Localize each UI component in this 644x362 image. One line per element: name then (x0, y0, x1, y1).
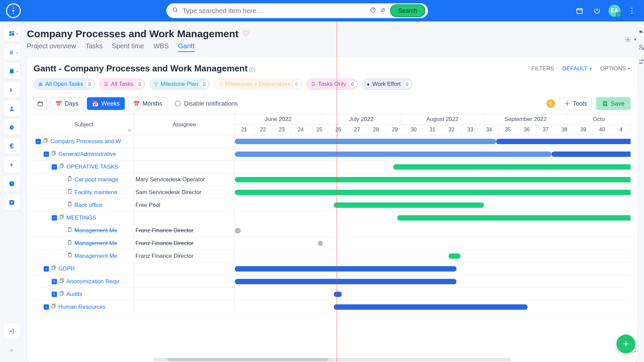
gantt-body[interactable]: Company Processes and WGeneral/Administr… (34, 135, 631, 356)
tab-project-overview[interactable]: Project overview (27, 42, 76, 52)
row-bars[interactable] (235, 212, 631, 224)
toggle-icon[interactable] (44, 152, 49, 157)
gantt-row[interactable]: Back officeFree Pool (34, 199, 631, 212)
gantt-bar[interactable] (235, 279, 457, 284)
sidebar-person[interactable] (4, 101, 20, 117)
column-assignee[interactable]: Assignee (134, 114, 235, 135)
gantt-bar[interactable] (235, 190, 631, 195)
gantt-bar[interactable] (334, 304, 528, 310)
filter-chip[interactable]: ▽Milestone Plan0 (149, 78, 210, 90)
tab-wbs[interactable]: WBS (153, 42, 169, 52)
sidebar-clipboard[interactable] (4, 63, 20, 79)
sliders-icon[interactable] (636, 58, 644, 67)
tune-icon[interactable] (380, 7, 386, 15)
row-bars[interactable] (235, 173, 631, 186)
tools-button[interactable]: Tools (559, 97, 592, 110)
gantt-row[interactable]: Management MeFranz Finance Director (34, 237, 631, 250)
gantt-bar[interactable] (334, 292, 342, 297)
gantt-row[interactable]: GDPR (34, 262, 631, 275)
view-days[interactable]: 📅Days (50, 97, 84, 110)
toggle-icon[interactable] (52, 164, 57, 170)
row-subject[interactable]: Management Me (34, 224, 134, 237)
date-picker-button[interactable] (34, 97, 47, 110)
gantt-bar[interactable] (318, 241, 323, 246)
row-subject[interactable]: Back office (34, 199, 134, 211)
row-subject[interactable]: Car pool manage (34, 173, 134, 186)
sidebar-alert[interactable] (4, 176, 20, 192)
flag-icon[interactable] (636, 29, 644, 38)
gantt-row[interactable]: Audits (34, 288, 631, 301)
gantt-bar[interactable] (235, 139, 496, 144)
filter-chip[interactable]: ☰All Tasks0 (99, 78, 145, 90)
sidebar-hierarchy[interactable] (4, 82, 20, 98)
toggle-icon[interactable] (36, 139, 41, 144)
row-subject[interactable]: Company Processes and W (34, 135, 134, 147)
gantt-bar[interactable] (393, 164, 631, 170)
user-avatar[interactable]: EA (608, 5, 621, 17)
options-dropdown[interactable]: OPTIONS ▼ (600, 65, 631, 72)
fab-add[interactable]: + (616, 335, 635, 353)
tab-tasks[interactable]: Tasks (86, 42, 103, 52)
person-search-icon[interactable] (636, 44, 644, 52)
toggle-icon[interactable] (52, 292, 57, 297)
filter-chip[interactable]: ●Work Effort0 (362, 78, 413, 90)
gantt-row[interactable]: Car pool manageMary Servicedesk Operator (34, 173, 631, 186)
row-bars[interactable] (235, 237, 631, 249)
gantt-row[interactable]: General/Administrative (34, 148, 631, 161)
sidebar-euro[interactable]: € (4, 138, 20, 154)
row-subject[interactable]: General/Administrative (34, 148, 134, 160)
gantt-bar[interactable] (551, 152, 631, 157)
filter-chip[interactable]: ▽Milestones + Deliverables0 (214, 78, 302, 90)
calendar-icon[interactable] (574, 5, 586, 17)
row-subject[interactable]: MEETINGS (34, 212, 134, 224)
sidebar-tree[interactable] (4, 44, 20, 60)
gantt-row[interactable]: Management MeFranz Finance Director (34, 224, 631, 237)
row-subject[interactable]: OPERATIVE TASKS (34, 161, 134, 173)
help-icon[interactable] (370, 7, 376, 15)
gantt-row[interactable]: OPERATIVE TASKS (34, 161, 631, 173)
gantt-row[interactable]: Company Processes and W (34, 135, 631, 148)
row-subject[interactable]: Audits (34, 288, 134, 300)
tab-spent-time[interactable]: Spent time (112, 42, 144, 52)
gantt-bar[interactable] (235, 177, 631, 182)
sidebar-add[interactable] (4, 194, 20, 210)
row-bars[interactable] (235, 288, 631, 300)
row-subject[interactable]: Anonymization Requ (34, 275, 134, 288)
tab-gantt[interactable]: Gantt (178, 42, 195, 52)
filter-chip[interactable]: ⊞All Open Tasks0 (34, 78, 95, 90)
app-logo[interactable] (6, 3, 21, 18)
filters-dropdown[interactable]: DEFAULT ▼ (562, 65, 592, 72)
sidebar-bolt[interactable] (4, 157, 20, 173)
view-months[interactable]: 📅Months (128, 97, 167, 110)
save-button[interactable]: Save (596, 97, 631, 110)
row-bars[interactable] (235, 161, 631, 173)
row-subject[interactable]: Management Me (34, 250, 134, 262)
row-bars[interactable] (235, 186, 631, 198)
view-weeks[interactable]: 📅Weeks (87, 97, 125, 110)
toggle-icon[interactable] (52, 215, 57, 221)
gantt-bar[interactable] (334, 202, 484, 208)
power-icon[interactable] (591, 5, 603, 17)
gantt-bar[interactable] (496, 139, 631, 144)
row-subject[interactable]: Human Resources (34, 301, 134, 313)
gantt-row[interactable]: MEETINGS (34, 212, 631, 224)
row-bars[interactable] (235, 275, 631, 288)
column-subject[interactable]: Subject⇅ (34, 114, 134, 135)
sidebar-timer[interactable] (4, 119, 20, 135)
disable-notifications-toggle[interactable]: Disable notifications (175, 100, 238, 107)
search-input[interactable] (182, 7, 366, 15)
row-bars[interactable] (235, 199, 631, 211)
filter-chip[interactable]: ☰Tasks Only0 (306, 78, 358, 90)
toggle-icon[interactable] (44, 304, 49, 310)
gantt-row[interactable]: Human Resources (34, 301, 631, 313)
row-bars[interactable] (235, 262, 631, 275)
row-subject[interactable]: GDPR (34, 262, 134, 275)
row-bars[interactable] (235, 301, 631, 313)
row-bars[interactable] (235, 135, 631, 147)
row-bars[interactable] (235, 250, 631, 262)
gantt-row[interactable]: Facility maintenaSam Servicedesk Directo… (34, 186, 631, 199)
gantt-bar[interactable] (235, 152, 551, 157)
sidebar-exit[interactable] (4, 323, 20, 339)
gantt-bar[interactable] (235, 228, 241, 233)
gantt-bar[interactable] (397, 215, 631, 221)
